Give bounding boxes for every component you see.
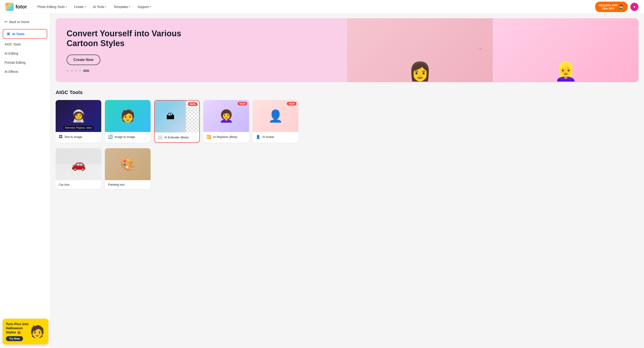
tool-card-text-to-image[interactable]: Astronaut, Pegasus, starry 🧑‍🚀 🖼 Text to…: [56, 100, 101, 143]
grid-icon: ⊞: [7, 32, 10, 36]
painting-bg: 🎨: [105, 148, 150, 180]
tool-card-image-to-image[interactable]: 🧑 🔄 Image to Image: [105, 100, 150, 143]
car-label-text: Car tool: [59, 183, 69, 186]
tool-card-ai-extender-img: 🏔 NEW: [154, 100, 199, 132]
banner-content: Convert Yourself into Various Cartoon St…: [66, 29, 185, 72]
hair-icon: 👩‍🦱: [219, 109, 234, 123]
main-nav: Photo Editing Tools ▾ Create ▾ AI Tools …: [34, 3, 595, 11]
header-right: Upgrade with 20% OFF 🧙 ♥: [595, 2, 638, 12]
ai-replacer-label: 🔁 AI Replacer (Beta): [204, 132, 249, 142]
avatar-icon: 👤: [268, 109, 283, 123]
painting-emoji: 🎨: [120, 157, 135, 171]
main-content: Convert Yourself into Various Cartoon St…: [50, 14, 644, 348]
banner-title: Convert Yourself into Various Cartoon St…: [66, 29, 185, 48]
nav-ai-tools[interactable]: AI Tools ▾: [90, 3, 110, 11]
tool-card-car[interactable]: 🚗 Car tool: [56, 148, 101, 189]
sidebar-item-aigc-tools[interactable]: AIGC Tools: [0, 40, 50, 48]
chevron-down-icon: ▾: [129, 6, 130, 8]
tool-card-image-to-image-img: 🧑: [105, 100, 150, 132]
chevron-down-icon: ▾: [105, 6, 106, 8]
nav-support[interactable]: Support ▾: [134, 3, 154, 11]
banner-dot-2[interactable]: [71, 70, 73, 72]
banner-dot-1[interactable]: [66, 70, 69, 72]
halloween-title: Turn Pics into Halloween Styles 🎃: [6, 322, 29, 334]
portrait-image-icon: 🧑: [120, 109, 135, 123]
text-to-image-caption: Astronaut, Pegasus, starry: [63, 126, 94, 130]
ai-avatar-icon: 👤: [256, 135, 260, 139]
banner-dots: [66, 70, 185, 72]
halloween-promo-banner[interactable]: Turn Pics into Halloween Styles 🎃 Try No…: [3, 319, 48, 344]
ai-extender-icon: ⬜: [158, 135, 162, 139]
logo[interactable]: fotor: [6, 3, 27, 11]
text-to-image-label: 🖼 Text to Image: [56, 132, 101, 141]
new-badge-replacer: NEW: [238, 102, 247, 105]
nav-photo-editing[interactable]: Photo Editing Tools ▾: [34, 3, 70, 11]
halloween-person-icon: 🧑: [30, 325, 45, 339]
mountain-icon: 🏔: [166, 112, 174, 121]
halloween-try-button[interactable]: Try Now: [6, 336, 23, 341]
nav-templates[interactable]: Templates ▾: [110, 3, 134, 11]
logo-text: fotor: [16, 4, 27, 10]
mountain-overlay: 🏔: [154, 100, 186, 132]
image-to-image-label: 🔄 Image to Image: [105, 132, 150, 142]
aigc-tool-grid-row2: 🚗 Car tool 🎨 Painting tool: [56, 148, 638, 191]
banner-dot-4[interactable]: [79, 70, 81, 72]
tool-card-text-to-image-img: Astronaut, Pegasus, starry 🧑‍🚀: [56, 100, 101, 132]
tool-card-painting[interactable]: 🎨 Painting tool: [105, 148, 150, 189]
sidebar: ↩ Back to Home ⊞ AI Tools AIGC Tools AI …: [0, 14, 50, 348]
tool-card-ai-replacer-img: 👩‍🦱 NEW: [204, 100, 249, 132]
ai-replacer-icon: 🔁: [206, 135, 211, 139]
image-to-image-bg: 🧑: [105, 100, 150, 132]
tool-card-car-img: 🚗: [56, 148, 101, 180]
tool-card-ai-avatar-img: 👤 NEW: [253, 100, 298, 132]
main-header: fotor Photo Editing Tools ▾ Create ▾ AI …: [0, 0, 644, 14]
svg-rect-0: [6, 3, 14, 11]
user-avatar[interactable]: ♥: [630, 3, 638, 11]
tool-card-ai-replacer[interactable]: 👩‍🦱 NEW 🔁 AI Replacer (Beta): [204, 100, 249, 143]
ai-extender-label: ⬜ AI Extender (Beta): [154, 132, 199, 142]
text-to-image-icon: 🖼: [59, 135, 62, 139]
aigc-tools-section: AIGC Tools Astronaut, Pegasus, starry 🧑‍…: [56, 90, 638, 191]
sidebar-item-portrait-editing[interactable]: Portrait Editing: [0, 58, 50, 67]
painting-label-text: Painting tool: [108, 183, 124, 186]
aigc-tool-grid: Astronaut, Pegasus, starry 🧑‍🚀 🖼 Text to…: [56, 100, 638, 144]
sidebar-item-ai-tools[interactable]: ⊞ AI Tools: [3, 29, 47, 39]
painting-label: Painting tool: [105, 180, 150, 189]
chevron-down-icon: ▾: [84, 6, 86, 8]
car-bg: 🚗: [56, 148, 101, 180]
sidebar-item-ai-effects[interactable]: AI Effects: [0, 68, 50, 76]
banner-image: 👩 → 👱‍♀️: [347, 18, 638, 82]
halloween-text: Turn Pics into Halloween Styles 🎃 Try No…: [6, 322, 29, 341]
car-label: Car tool: [56, 180, 101, 189]
banner-dot-3[interactable]: [75, 70, 77, 72]
text-to-image-bg: Astronaut, Pegasus, starry 🧑‍🚀: [56, 100, 101, 132]
tool-card-ai-avatar[interactable]: 👤 NEW 👤 AI Avatar: [253, 100, 298, 143]
ai-avatar-label: 👤 AI Avatar: [253, 132, 298, 142]
chevron-down-icon: ▾: [66, 6, 67, 8]
nav-create[interactable]: Create ▾: [71, 3, 89, 11]
new-badge-avatar: NEW: [287, 102, 296, 105]
halloween-image: 🧑: [29, 325, 45, 339]
hero-banner: Convert Yourself into Various Cartoon St…: [56, 18, 638, 82]
banner-dot-5[interactable]: [83, 70, 90, 72]
sidebar-item-ai-editing[interactable]: AI Editing: [0, 49, 50, 58]
halloween-content: Turn Pics into Halloween Styles 🎃 Try No…: [3, 319, 48, 344]
tool-card-painting-img: 🎨: [105, 148, 150, 180]
banner-cta-button[interactable]: Create Now: [66, 55, 100, 65]
space-image-icon: 🧑‍🚀: [71, 109, 86, 123]
chevron-down-icon: ▾: [150, 6, 151, 8]
car-emoji: 🚗: [71, 157, 86, 171]
logo-icon: [6, 3, 14, 11]
upgrade-button[interactable]: Upgrade with 20% OFF 🧙: [595, 2, 628, 12]
app-layout: ↩ Back to Home ⊞ AI Tools AIGC Tools AI …: [0, 14, 644, 348]
tool-card-ai-extender[interactable]: 🏔 NEW ⬜ AI Extender (Beta): [154, 100, 200, 143]
upgrade-label: Upgrade with 20% OFF: [599, 4, 618, 10]
back-to-home-button[interactable]: ↩ Back to Home: [0, 17, 50, 26]
image-to-image-icon: 🔄: [108, 135, 113, 139]
witch-icon: 🧙: [619, 4, 624, 9]
back-arrow-icon: ↩: [4, 20, 8, 24]
new-badge-extender: NEW: [188, 102, 198, 106]
aigc-section-title: AIGC Tools: [56, 90, 638, 95]
